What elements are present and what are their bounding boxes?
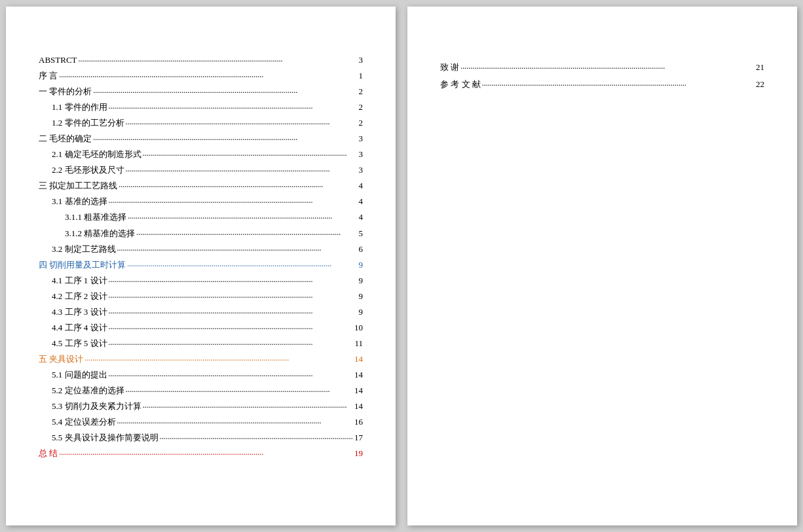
toc-page-7: 3 [359, 162, 364, 178]
toc-dots-5 [93, 130, 357, 145]
toc-text-4: 1.2 零件的工艺分析 [52, 115, 124, 131]
toc-item-10: 3.1.1 粗基准选择4 [39, 209, 363, 225]
toc-dots-16 [109, 303, 358, 319]
right-toc-text-0: 致 谢 [440, 59, 459, 76]
toc-dots-21 [126, 381, 354, 397]
toc-item-7: 2.2 毛坯形状及尺寸3 [39, 162, 363, 178]
toc-page-18: 11 [354, 336, 363, 351]
toc-text-8: 三 拟定加工工艺路线 [39, 178, 117, 194]
toc-text-18: 4.5 工序 5 设计 [52, 336, 107, 351]
toc-page-8: 4 [359, 178, 364, 194]
toc-item-8: 三 拟定加工工艺路线4 [39, 178, 363, 194]
left-page: ABSTRCT3序 言1一 零件的分析21.1 零件的作用21.2 零件的工艺分… [6, 7, 396, 525]
toc-item-6: 2.1 确定毛坯的制造形式3 [39, 147, 363, 162]
toc-item-21: 5.2 定位基准的选择14 [39, 383, 363, 399]
toc-page-21: 14 [354, 383, 363, 399]
toc-dots-14 [109, 272, 358, 287]
toc-text-23: 5.4 定位误差分析 [52, 414, 116, 430]
toc-page-25: 19 [354, 446, 363, 461]
toc-item-16: 4.3 工序 3 设计9 [39, 304, 363, 320]
toc-page-9: 4 [359, 194, 364, 209]
pages-container: ABSTRCT3序 言1一 零件的分析21.1 零件的作用21.2 零件的工艺分… [6, 7, 797, 525]
toc-text-7: 2.2 毛坯形状及尺寸 [52, 162, 124, 178]
toc-text-0: ABSTRCT [39, 52, 77, 68]
toc-text-2: 一 零件的分析 [39, 84, 92, 99]
toc-dots-18 [109, 334, 354, 350]
toc-page-24: 17 [354, 430, 363, 446]
toc-item-15: 4.2 工序 2 设计9 [39, 289, 363, 304]
right-toc-page-1: 22 [756, 76, 764, 93]
toc-dots-11 [136, 224, 357, 240]
toc-text-22: 5.3 切削力及夹紧力计算 [52, 399, 141, 414]
toc-text-14: 4.1 工序 1 设计 [52, 273, 107, 289]
toc-text-20: 5.1 问题的提出 [52, 367, 107, 383]
toc-item-25: 总 结19 [39, 446, 363, 461]
right-page: 致 谢21参 考 文 献22 [407, 7, 797, 525]
toc-dots-15 [109, 287, 358, 303]
toc-text-15: 4.2 工序 2 设计 [52, 289, 107, 304]
toc-page-10: 4 [359, 209, 364, 225]
toc-dots-6 [143, 145, 358, 161]
toc-dots-22 [143, 397, 354, 413]
right-toc-item-0: 致 谢21 [440, 59, 764, 76]
toc-dots-1 [59, 67, 357, 82]
toc-dots-4 [126, 114, 358, 130]
toc-item-18: 4.5 工序 5 设计11 [39, 336, 363, 351]
toc-page-3: 2 [359, 99, 364, 115]
toc-dots-13 [127, 256, 357, 272]
toc-item-20: 5.1 问题的提出14 [39, 367, 363, 383]
toc-dots-8 [119, 177, 357, 192]
toc-item-12: 3.2 制定工艺路线6 [39, 241, 363, 257]
toc-page-20: 14 [354, 367, 363, 383]
toc-page-12: 6 [359, 241, 364, 257]
right-toc-item-1: 参 考 文 献22 [440, 76, 764, 93]
toc-text-24: 5.5 夹具设计及操作简要说明 [52, 430, 159, 446]
toc-page-13: 9 [359, 257, 364, 273]
toc-item-14: 4.1 工序 1 设计9 [39, 273, 363, 289]
toc-page-4: 2 [359, 115, 364, 131]
toc-page-19: 14 [354, 351, 363, 367]
toc-page-22: 14 [354, 399, 363, 414]
toc-page-15: 9 [359, 289, 364, 304]
toc-text-10: 3.1.1 粗基准选择 [65, 209, 126, 225]
toc-page-23: 16 [354, 414, 363, 430]
toc-page-17: 10 [354, 320, 363, 336]
toc-dots-10 [128, 208, 357, 224]
toc-item-11: 3.1.2 精基准的选择5 [39, 226, 363, 241]
toc-page-11: 5 [359, 226, 364, 241]
toc-text-17: 4.4 工序 4 设计 [52, 320, 107, 336]
toc-text-25: 总 结 [39, 446, 58, 461]
right-toc-text-1: 参 考 文 献 [440, 76, 481, 93]
toc-item-23: 5.4 定位误差分析16 [39, 414, 363, 430]
toc-item-2: 一 零件的分析2 [39, 84, 363, 99]
toc-text-1: 序 言 [39, 68, 58, 84]
toc-text-21: 5.2 定位基准的选择 [52, 383, 124, 399]
toc-page-1: 1 [359, 68, 364, 84]
toc-item-19: 五 夹具设计14 [39, 351, 363, 367]
toc-text-5: 二 毛坯的确定 [39, 131, 92, 147]
toc-text-6: 2.1 确定毛坯的制造形式 [52, 147, 141, 162]
right-toc-list: 致 谢21参 考 文 献22 [440, 33, 764, 93]
right-toc-dots-0 [460, 58, 755, 75]
toc-dots-19 [84, 350, 353, 366]
toc-item-4: 1.2 零件的工艺分析2 [39, 115, 363, 131]
toc-page-0: 3 [359, 52, 364, 68]
toc-text-12: 3.2 制定工艺路线 [52, 241, 116, 257]
toc-dots-12 [117, 240, 358, 256]
toc-text-19: 五 夹具设计 [39, 351, 83, 367]
toc-text-9: 3.1 基准的选择 [52, 194, 107, 209]
toc-page-16: 9 [359, 304, 364, 320]
toc-item-5: 二 毛坯的确定3 [39, 131, 363, 147]
toc-dots-3 [109, 98, 358, 114]
toc-item-3: 1.1 零件的作用2 [39, 99, 363, 115]
toc-text-16: 4.3 工序 3 设计 [52, 304, 107, 320]
right-toc-page-0: 21 [756, 59, 764, 76]
toc-list: ABSTRCT3序 言1一 零件的分析21.1 零件的作用21.2 零件的工艺分… [39, 52, 363, 461]
toc-dots-9 [109, 192, 358, 208]
toc-text-13: 四 切削用量及工时计算 [39, 257, 126, 273]
toc-page-5: 3 [359, 131, 364, 147]
toc-dots-2 [93, 82, 357, 98]
toc-dots-20 [109, 366, 354, 381]
toc-item-0: ABSTRCT3 [39, 52, 363, 68]
toc-item-17: 4.4 工序 4 设计10 [39, 320, 363, 336]
